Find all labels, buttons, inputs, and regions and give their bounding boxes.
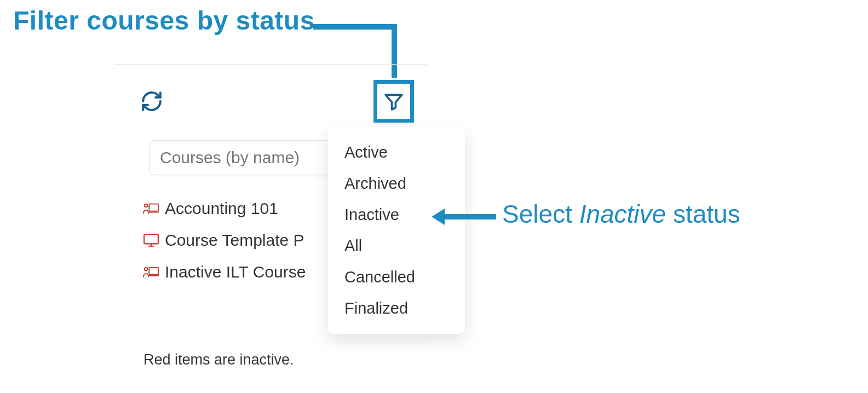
filter-button-highlight	[373, 80, 414, 123]
annotation-italic: Inactive	[579, 200, 666, 228]
svg-marker-10	[432, 209, 445, 225]
instructor-led-icon	[142, 264, 160, 280]
annotation-arrow-icon	[432, 204, 497, 229]
svg-point-6	[145, 268, 148, 271]
filter-option[interactable]: Archived	[339, 168, 454, 199]
filter-option[interactable]: Cancelled	[339, 262, 454, 293]
filter-option[interactable]: Active	[339, 137, 454, 168]
filter-option[interactable]: Finalized	[339, 293, 454, 324]
annotation-text: status	[666, 200, 740, 228]
footer-note: Red items are inactive.	[143, 351, 294, 368]
annotation-connector	[313, 24, 397, 30]
filter-icon[interactable]	[382, 89, 406, 113]
divider	[114, 343, 427, 343]
course-label: Inactive ILT Course	[165, 263, 306, 281]
svg-point-0	[145, 204, 148, 207]
svg-rect-3	[144, 234, 158, 244]
annotation-filter-heading: Filter courses by status	[13, 5, 315, 36]
course-label: Accounting 101	[165, 199, 278, 218]
svg-rect-1	[149, 204, 158, 211]
filter-dropdown: ActiveArchivedInactiveAllCancelledFinali…	[328, 127, 465, 334]
annotation-text: Select	[502, 200, 579, 228]
annotation-select-inactive: Select Inactive status	[502, 199, 740, 229]
instructor-led-icon	[142, 201, 160, 216]
svg-rect-7	[149, 268, 158, 275]
filter-option[interactable]: All	[339, 230, 454, 262]
panel-toolbar	[114, 65, 427, 127]
monitor-icon	[142, 233, 160, 248]
refresh-icon[interactable]	[140, 89, 164, 113]
course-label: Course Template P	[165, 231, 304, 250]
